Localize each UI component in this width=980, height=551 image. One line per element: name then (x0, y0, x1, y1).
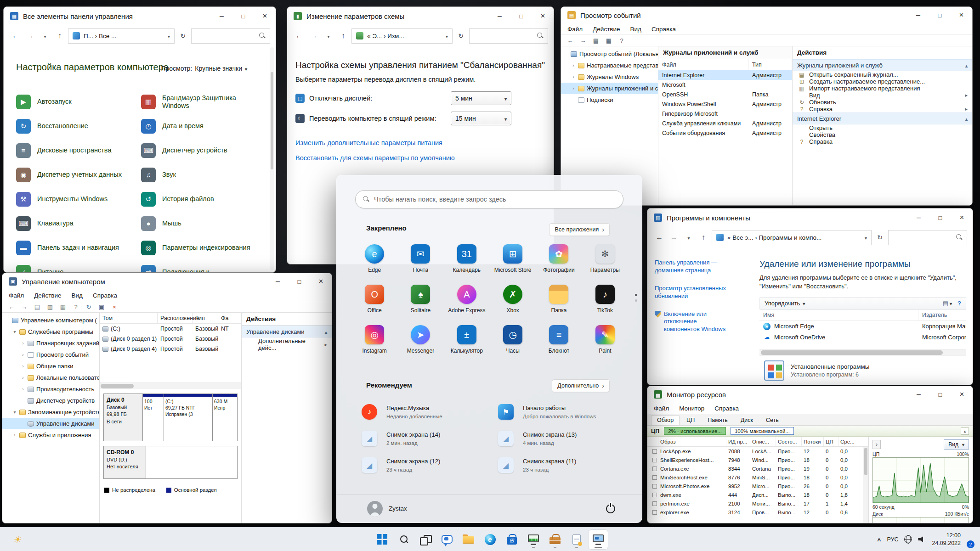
control-panel-item[interactable]: ⌨ Диспетчер устройств (141, 138, 266, 163)
collapse-icon[interactable] (325, 328, 327, 335)
all-apps-button[interactable]: Все приложения (549, 223, 610, 236)
pinned-app[interactable]: ◎ Instagram (351, 321, 397, 362)
process-row[interactable]: ShellExperienceHost... 7948 Wind... Прио… (647, 455, 868, 464)
toolbar-button[interactable]: ▦ (59, 304, 67, 310)
taskbar-computer-management-button[interactable] (545, 530, 565, 549)
back-button[interactable] (293, 32, 306, 40)
maximize-button[interactable] (510, 7, 532, 25)
scrollbar-thumb[interactable] (101, 384, 134, 388)
toolbar-button[interactable]: ▣ (98, 304, 105, 310)
recent-pages-dropdown-icon[interactable] (322, 32, 335, 40)
control-panel-item[interactable]: ≡ Дисковые пространства (16, 138, 141, 163)
recommended-item[interactable]: ⚑ Начало работы Добро пожаловать в Windo… (495, 399, 626, 425)
action-item[interactable]: Открыть (793, 124, 972, 131)
close-button[interactable] (951, 7, 972, 23)
expand-charts-button[interactable] (872, 440, 881, 449)
menu-item[interactable]: Вид (72, 292, 83, 299)
breadcrumb[interactable]: « Э... › Изм... (351, 28, 453, 44)
maximize-button[interactable] (232, 7, 254, 25)
column-header-publisher[interactable]: Издатель (918, 310, 966, 320)
tree-expand-icon[interactable]: ▾ (12, 410, 17, 415)
tab[interactable]: Обзор (651, 415, 680, 425)
pinned-app[interactable]: ➤ Messenger (397, 321, 443, 362)
minimize-button[interactable] (211, 7, 232, 25)
minimize-button[interactable] (267, 273, 289, 290)
pinned-app[interactable]: ± Калькулятор (444, 321, 490, 362)
sidebar-link[interactable]: Панель управления — домашняя страница (655, 259, 734, 275)
help-icon[interactable]: ? (957, 300, 961, 307)
clock[interactable]: 12:00 24.09.2022 (932, 532, 961, 547)
recent-pages-dropdown-icon[interactable] (39, 32, 51, 40)
pinned-app[interactable]: 31 Календарь (444, 241, 490, 281)
setting-dropdown[interactable]: 5 мин (451, 91, 511, 105)
power-button-icon[interactable] (606, 504, 615, 513)
tree-item[interactable]: Управление компьютером ( (2, 315, 99, 326)
breadcrumb[interactable]: П... › Все ... (68, 28, 175, 44)
recommended-item[interactable]: ♪ Яндекс.Музыка Недавно добавленные (359, 399, 490, 425)
taskbar-edge-button[interactable] (481, 530, 500, 549)
back-button[interactable] (653, 233, 666, 242)
column-header-pid[interactable]: ИД пр... (726, 437, 750, 446)
taskbar-event-viewer-button[interactable] (567, 530, 586, 549)
collapse-icon[interactable] (965, 62, 968, 69)
process-checkbox[interactable] (652, 449, 657, 454)
log-row[interactable]: События оборудования Администр (658, 128, 792, 138)
actions-group-header[interactable]: Журналы приложений и служб (793, 59, 972, 71)
action-item[interactable]: Вид ▸ (793, 92, 972, 99)
breadcrumb-dropdown-icon[interactable] (865, 234, 867, 241)
volume-icon[interactable] (918, 536, 926, 543)
pinned-page-indicator[interactable] (635, 294, 637, 302)
setting-dropdown[interactable]: 15 мин (451, 112, 511, 125)
back-button[interactable] (9, 32, 22, 40)
disk-partition[interactable]: 630 М Испр (213, 394, 238, 441)
process-row[interactable]: dwm.exe 444 Дисп... Выпо... 18 0 1,8 (647, 490, 868, 499)
control-panel-item[interactable]: ♫ Звук (141, 163, 266, 187)
cdrom-info-box[interactable]: CD-ROM 0 DVD (D:) Нет носителя (103, 446, 146, 479)
recommended-item[interactable]: ◢ Снимок экрана (12) 23 ч назад (359, 452, 490, 478)
control-panel-item[interactable]: ↺ История файлов (141, 187, 266, 211)
refresh-button[interactable] (176, 32, 189, 39)
column-header-description[interactable]: Опис... (750, 437, 776, 446)
titlebar[interactable]: Все элементы панели управления (4, 7, 276, 25)
menu-item[interactable]: Справка (93, 292, 117, 299)
pinned-app[interactable]: A Adobe Express (444, 281, 490, 321)
toolbar-button[interactable]: ↻ (85, 304, 92, 310)
settings-link[interactable]: Изменить дополнительные параметры питани… (295, 139, 545, 146)
network-icon[interactable] (904, 535, 912, 543)
titlebar[interactable]: Просмотр событий (561, 7, 972, 23)
tab[interactable]: Память (702, 415, 734, 425)
pinned-app[interactable]: ✗ Xbox (490, 281, 536, 321)
process-checkbox[interactable] (652, 493, 657, 497)
breadcrumb-dropdown-icon[interactable] (168, 33, 170, 39)
pinned-app[interactable]: Папка (536, 281, 582, 321)
pinned-app[interactable]: ◷ Часы (490, 321, 536, 362)
log-row[interactable]: Internet Explorer Администр (658, 70, 792, 80)
search-box[interactable] (888, 230, 967, 245)
user-profile-button[interactable]: Zystax (367, 501, 407, 517)
collapse-icon[interactable] (965, 115, 968, 122)
pinned-app[interactable]: ✿ Фотографии (536, 241, 582, 281)
close-button[interactable] (310, 273, 332, 290)
tree-item[interactable]: › Службы и приложения (2, 429, 99, 441)
view-mode-button[interactable]: ▤ (943, 300, 952, 307)
close-button[interactable] (951, 386, 973, 403)
menu-item[interactable]: Действие (593, 26, 620, 33)
tree-expand-icon[interactable]: › (21, 352, 25, 357)
column-header-threads[interactable]: Потоки (802, 437, 824, 446)
log-row[interactable]: Microsoft (658, 80, 792, 90)
log-row[interactable]: Гипервизор Microsoft (658, 109, 792, 118)
toolbar-button[interactable]: ? (72, 304, 79, 310)
titlebar[interactable]: Программы и компоненты (647, 208, 973, 227)
tree-item[interactable]: Управление дисками (2, 418, 99, 429)
toolbar-button[interactable]: ▤ (592, 37, 600, 44)
menu-item[interactable]: Файл (654, 405, 669, 412)
pinned-app[interactable]: ✻ Параметры (582, 241, 628, 281)
close-button[interactable] (254, 7, 276, 25)
column-header-fs[interactable]: Фа (218, 313, 241, 323)
breadcrumb-dropdown-icon[interactable] (446, 33, 448, 39)
toolbar-button[interactable]: ← (566, 37, 574, 44)
process-row[interactable]: perfmon.exe 2100 Мони... Выпо... 17 1 1,… (647, 499, 868, 508)
control-panel-item[interactable]: ● Мышь (141, 211, 266, 236)
up-button[interactable] (697, 233, 710, 242)
sidebar-link[interactable]: Включение или отключение компонентов Win… (655, 310, 734, 334)
